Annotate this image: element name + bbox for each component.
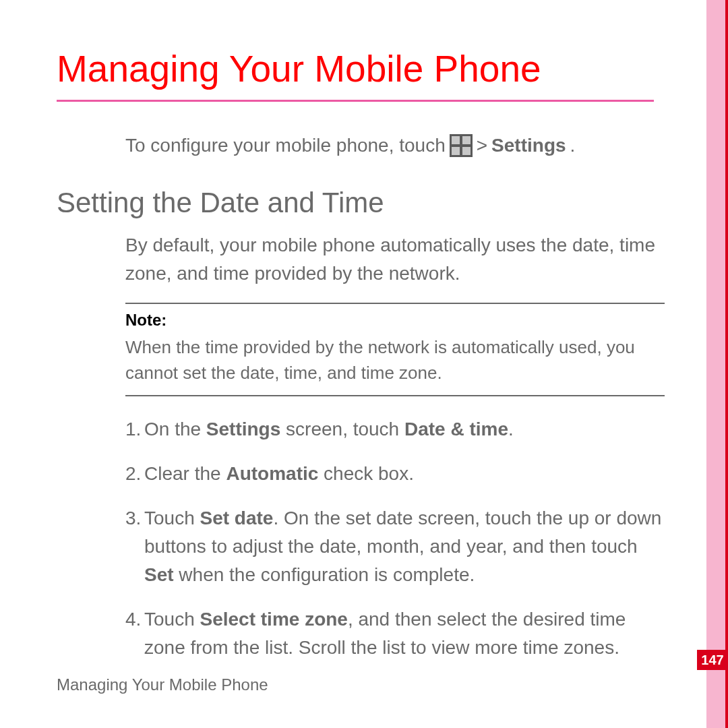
svg-rect-3 <box>452 147 460 155</box>
note-label: Note: <box>125 311 665 330</box>
list-item: 1. On the Settings screen, touch Date & … <box>125 415 665 444</box>
section-paragraph: By default, your mobile phone automatica… <box>125 231 665 288</box>
step-number: 4. <box>125 605 144 662</box>
section-heading: Setting the Date and Time <box>57 187 670 219</box>
step-number: 2. <box>125 460 144 488</box>
page-number-badge: 147 <box>697 650 728 670</box>
note-block: Note: When the time provided by the netw… <box>125 303 665 396</box>
list-item: 3. Touch Set date. On the set date scree… <box>125 504 665 589</box>
step-number: 3. <box>125 504 144 589</box>
apps-grid-icon <box>450 134 473 157</box>
footer-chapter-title: Managing Your Mobile Phone <box>57 675 268 694</box>
intro-line: To configure your mobile phone, touch > … <box>125 134 670 157</box>
svg-rect-4 <box>462 147 471 155</box>
step-number: 1. <box>125 415 144 444</box>
page-title: Managing Your Mobile Phone <box>57 47 670 90</box>
intro-text-before: To configure your mobile phone, touch <box>125 135 446 156</box>
intro-settings-label: Settings <box>491 135 566 156</box>
steps-list: 1. On the Settings screen, touch Date & … <box>125 415 665 662</box>
right-red-edge <box>725 0 728 728</box>
step-text: Clear the Automatic check box. <box>144 460 665 488</box>
step-text: Touch Select time zone, and then select … <box>144 605 665 662</box>
intro-period: . <box>570 135 576 156</box>
step-text: Touch Set date. On the set date screen, … <box>144 504 665 589</box>
svg-rect-2 <box>462 136 471 144</box>
page-content: Managing Your Mobile Phone To configure … <box>57 47 670 678</box>
list-item: 2. Clear the Automatic check box. <box>125 460 665 488</box>
list-item: 4. Touch Select time zone, and then sele… <box>125 605 665 662</box>
intro-gt: > <box>477 135 487 156</box>
svg-rect-1 <box>452 136 460 144</box>
title-underline <box>57 100 654 102</box>
step-text: On the Settings screen, touch Date & tim… <box>144 415 665 444</box>
note-body: When the time provided by the network is… <box>125 335 665 386</box>
